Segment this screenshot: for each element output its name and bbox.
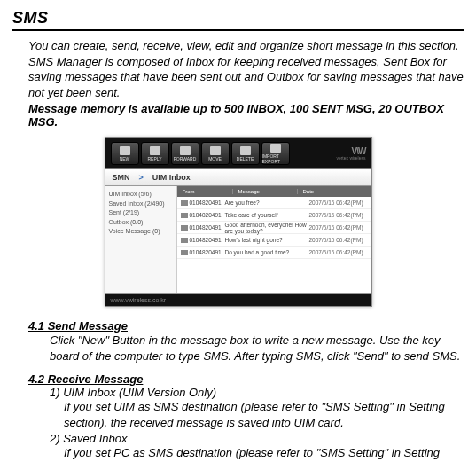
section-4-2-item-2: 2) Saved Inbox: [50, 432, 464, 445]
section-4-1-body: Click "New" Button in the message box to…: [50, 333, 464, 364]
section-4-2-heading: 4.2 Receive Message: [28, 372, 464, 386]
screenshot-toolbar: NEW REPLY FORWARD MOVE DELETE IMPORT EXP…: [105, 138, 371, 168]
screenshot-sidebar: UIM Inbox (5/6) Saved Inbox (2/490) Sent…: [105, 186, 177, 293]
table-row[interactable]: 0104820491Good afternoon, everyone! How …: [177, 222, 371, 234]
screenshot-main: From Message Date 0104820491Are you free…: [177, 186, 371, 293]
app-logo: V\W vertex wireless: [336, 147, 365, 161]
sidebar-item-sent[interactable]: Sent (2/19): [109, 208, 173, 218]
breadcrumb-current: UIM Inbox: [152, 173, 191, 182]
toolbar-move-button[interactable]: MOVE: [201, 142, 230, 165]
toolbar-forward-button[interactable]: FORWARD: [171, 142, 199, 165]
section-4-2-item-1: 1) UIM Inbox (UIM Version Only): [50, 386, 464, 399]
mail-icon: [181, 238, 188, 243]
section-4-1-heading: 4.1 Send Message: [28, 319, 464, 333]
app-screenshot: NEW REPLY FORWARD MOVE DELETE IMPORT EXP…: [105, 137, 372, 307]
mail-icon: [181, 250, 188, 255]
mail-icon: [181, 225, 188, 231]
chevron-right-icon: >: [139, 173, 144, 182]
sidebar-item-saved-inbox[interactable]: Saved Inbox (2/490): [109, 200, 173, 209]
section-4-2-item-1-body: If you set UIM as SMS destination (pleas…: [64, 399, 464, 430]
memory-note: Message memory is available up to 500 IN…: [28, 102, 464, 129]
toolbar-new-button[interactable]: NEW: [111, 142, 139, 165]
table-header: From Message Date: [177, 186, 371, 197]
table-row[interactable]: 0104820491How's last night gone?2007/6/1…: [177, 234, 371, 247]
toolbar-import-export-button[interactable]: IMPORT EXPORT: [261, 142, 290, 165]
toolbar-delete-button[interactable]: DELETE: [231, 142, 260, 165]
sidebar-item-voice[interactable]: Voice Message (0): [109, 227, 173, 237]
screenshot-footer: www.vwireless.co.kr: [105, 294, 371, 306]
section-4-2-item-2-body: If you set PC as SMS destination (please…: [64, 445, 464, 462]
table-row[interactable]: 0104820491Do you had a good time?2007/6/…: [177, 247, 371, 259]
table-row[interactable]: 0104820491Take care of yourself2007/6/16…: [177, 209, 371, 222]
screenshot-container: NEW REPLY FORWARD MOVE DELETE IMPORT EXP…: [12, 137, 464, 307]
sidebar-item-uim-inbox[interactable]: UIM Inbox (5/6): [109, 190, 173, 200]
toolbar-reply-button[interactable]: REPLY: [141, 142, 169, 165]
mail-icon: [181, 200, 188, 206]
sidebar-item-outbox[interactable]: Outbox (0/0): [109, 218, 173, 228]
mail-icon: [181, 213, 188, 218]
breadcrumb-root: SMN: [113, 173, 130, 182]
page-title: SMS: [12, 9, 464, 31]
intro-text: You can create, send, receive, view, edi…: [28, 38, 464, 100]
breadcrumb: SMN > UIM Inbox: [105, 168, 371, 186]
table-row[interactable]: 0104820491Are you free?2007/6/16 06:42(P…: [177, 197, 371, 209]
